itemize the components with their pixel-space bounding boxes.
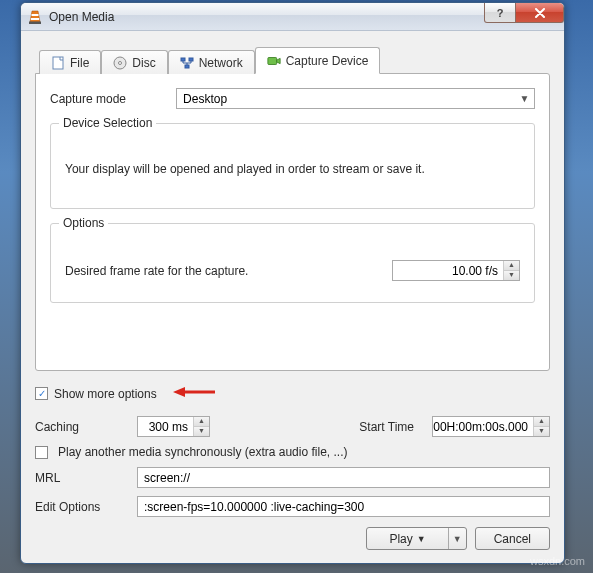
vlc-icon (27, 9, 43, 25)
dialog-content: File Disc Network Capture Device (21, 31, 564, 560)
framerate-label: Desired frame rate for the capture. (65, 264, 248, 278)
spinner-down-icon[interactable]: ▼ (194, 427, 209, 437)
tab-strip: File Disc Network Capture Device (35, 45, 550, 73)
svg-rect-6 (181, 58, 185, 61)
window-title: Open Media (49, 10, 114, 24)
device-selection-title: Device Selection (59, 116, 156, 130)
titlebar: Open Media ? (21, 3, 564, 31)
capture-mode-dropdown[interactable]: Desktop ▼ (176, 88, 535, 109)
caching-value: 300 ms (138, 420, 193, 434)
capture-mode-label: Capture mode (50, 92, 126, 106)
disc-icon (113, 56, 127, 70)
mrl-input[interactable]: screen:// (137, 467, 550, 488)
play-dropdown-caret[interactable]: ▼ (448, 528, 466, 549)
cancel-button-label: Cancel (494, 532, 531, 546)
capture-panel: Capture mode Desktop ▼ Device Selection … (35, 73, 550, 371)
watermark: wsxdn.com (530, 555, 585, 567)
edit-options-label: Edit Options (35, 500, 127, 514)
options-title: Options (59, 216, 108, 230)
svg-rect-1 (31, 18, 39, 20)
cancel-button[interactable]: Cancel (475, 527, 550, 550)
chevron-down-icon: ▼ (517, 93, 532, 104)
play-button-label: Play (389, 532, 412, 546)
svg-rect-0 (32, 14, 39, 16)
play-button[interactable]: Play ▼ ▼ (366, 527, 466, 550)
tab-disc[interactable]: Disc (101, 50, 167, 74)
check-icon: ✓ (38, 447, 46, 458)
svg-rect-9 (268, 57, 277, 64)
tab-file-label: File (70, 56, 89, 70)
tab-disc-label: Disc (132, 56, 155, 70)
tab-file[interactable]: File (39, 50, 101, 74)
device-selection-group: Device Selection Your display will be op… (50, 123, 535, 209)
svg-point-5 (119, 61, 122, 64)
edit-options-value: :screen-fps=10.000000 :live-caching=300 (144, 500, 364, 514)
capture-mode-value: Desktop (183, 92, 227, 106)
spinner-up-icon[interactable]: ▲ (534, 417, 549, 427)
svg-rect-7 (189, 58, 193, 61)
tab-capture-label: Capture Device (286, 54, 369, 68)
mrl-label: MRL (35, 471, 127, 485)
file-icon (51, 56, 65, 70)
svg-rect-3 (53, 57, 63, 69)
tab-capture-device[interactable]: Capture Device (255, 47, 381, 74)
device-selection-text: Your display will be opened and played i… (65, 138, 520, 194)
spinner-up-icon[interactable]: ▲ (194, 417, 209, 427)
play-another-label: Play another media synchronously (extra … (58, 445, 347, 459)
framerate-spinner[interactable]: 10.00 f/s ▲ ▼ (392, 260, 520, 281)
start-time-value: 00H:00m:00s.000 (433, 420, 533, 434)
dialog-buttons: Play ▼ ▼ Cancel (35, 527, 550, 550)
check-icon: ✓ (38, 388, 46, 399)
show-more-options-label: Show more options (54, 387, 157, 401)
show-more-options-row: ✓ Show more options (35, 385, 550, 402)
framerate-value: 10.00 f/s (393, 264, 503, 278)
advanced-section: Caching 300 ms ▲ ▼ Start Time 00H:00m:00… (35, 414, 550, 517)
edit-options-input[interactable]: :screen-fps=10.000000 :live-caching=300 (137, 496, 550, 517)
open-media-dialog: Open Media ? File Disc (20, 2, 565, 564)
play-triangle-icon: ▼ (417, 534, 426, 544)
capture-icon (267, 54, 281, 68)
spinner-down-icon[interactable]: ▼ (504, 271, 519, 281)
help-button[interactable]: ? (484, 3, 516, 23)
network-icon (180, 56, 194, 70)
close-button[interactable] (516, 3, 564, 23)
close-icon (534, 8, 546, 18)
tab-network[interactable]: Network (168, 50, 255, 74)
mrl-value: screen:// (144, 471, 190, 485)
spinner-down-icon[interactable]: ▼ (534, 427, 549, 437)
start-time-spinner[interactable]: 00H:00m:00s.000 ▲ ▼ (432, 416, 550, 437)
caching-spinner[interactable]: 300 ms ▲ ▼ (137, 416, 210, 437)
window-controls: ? (484, 3, 564, 23)
options-group: Options Desired frame rate for the captu… (50, 223, 535, 303)
svg-rect-8 (185, 65, 189, 68)
svg-rect-2 (29, 21, 41, 24)
play-another-checkbox[interactable]: ✓ (35, 446, 48, 459)
annotation-arrow-icon (173, 385, 215, 402)
tab-network-label: Network (199, 56, 243, 70)
start-time-label: Start Time (359, 420, 414, 434)
spinner-up-icon[interactable]: ▲ (504, 261, 519, 271)
show-more-options-checkbox[interactable]: ✓ (35, 387, 48, 400)
caching-label: Caching (35, 420, 127, 434)
